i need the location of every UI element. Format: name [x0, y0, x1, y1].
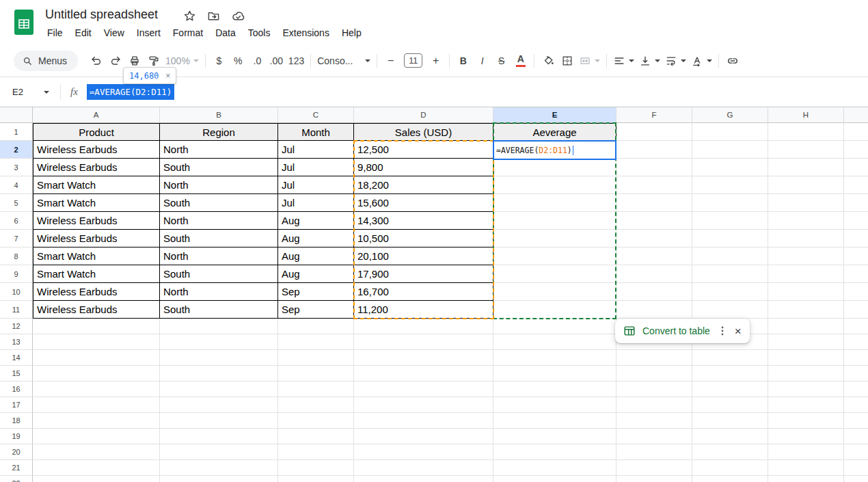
decrease-font-size-button[interactable]: −	[381, 52, 400, 70]
name-box[interactable]: E2	[0, 87, 53, 97]
cell-B2[interactable]: North	[160, 141, 278, 159]
row-header-4[interactable]: 4	[0, 176, 33, 194]
number-format-button[interactable]: 123	[286, 52, 306, 70]
cell-C9[interactable]: Aug	[278, 265, 354, 283]
row-header-18[interactable]: 18	[0, 413, 33, 429]
menus-search-button[interactable]: Menus	[14, 51, 78, 71]
cell-D10[interactable]: 16,700	[354, 283, 493, 301]
column-header-H[interactable]: H	[768, 107, 844, 123]
row-header-3[interactable]: 3	[0, 159, 33, 176]
row-header-12[interactable]: 12	[0, 319, 33, 334]
menu-edit[interactable]: Edit	[69, 25, 98, 41]
row-header-13[interactable]: 13	[0, 334, 33, 350]
cell-A7[interactable]: Wireless Earbuds	[33, 230, 160, 247]
cell-B8[interactable]: North	[160, 247, 278, 265]
cell-C2[interactable]: Jul	[278, 141, 354, 159]
format-percent-button[interactable]: %	[229, 52, 247, 70]
italic-button[interactable]: I	[473, 52, 491, 70]
text-wrap-button[interactable]	[663, 52, 688, 70]
row-header-7[interactable]: 7	[0, 230, 33, 247]
row-header-22[interactable]: 22	[0, 476, 33, 482]
cell-C1[interactable]: Month	[278, 123, 354, 141]
row-header-19[interactable]: 19	[0, 429, 33, 444]
cell-A5[interactable]: Smart Watch	[33, 194, 160, 212]
cell-D3[interactable]: 9,800	[354, 159, 493, 176]
cell-B10[interactable]: North	[160, 283, 278, 301]
cell-C8[interactable]: Aug	[278, 247, 354, 265]
row-header-15[interactable]: 15	[0, 366, 33, 381]
cell-C5[interactable]: Jul	[278, 194, 354, 212]
column-header-B[interactable]: B	[160, 107, 278, 123]
cell-B7[interactable]: South	[160, 230, 278, 247]
cell-A8[interactable]: Smart Watch	[33, 247, 160, 265]
cell-D4[interactable]: 18,200	[354, 176, 493, 194]
cell-C10[interactable]: Sep	[278, 283, 354, 301]
column-header-A[interactable]: A	[33, 107, 160, 123]
column-header-F[interactable]: F	[616, 107, 692, 123]
cell-B4[interactable]: North	[160, 176, 278, 194]
menu-file[interactable]: File	[41, 25, 69, 41]
preview-close-icon[interactable]: ×	[165, 71, 170, 81]
cell-B11[interactable]: South	[160, 301, 278, 319]
cell-D6[interactable]: 14,300	[354, 212, 493, 230]
menu-insert[interactable]: Insert	[131, 25, 167, 41]
row-header-6[interactable]: 6	[0, 212, 33, 230]
cell-A10[interactable]: Wireless Earbuds	[33, 283, 160, 301]
text-color-button[interactable]: A	[511, 52, 530, 70]
cell-B9[interactable]: South	[160, 265, 278, 283]
cloud-save-status-icon[interactable]	[231, 10, 245, 23]
cell-A11[interactable]: Wireless Earbuds	[33, 301, 160, 319]
column-header-E[interactable]: E	[493, 107, 616, 123]
menu-view[interactable]: View	[98, 25, 131, 41]
move-to-folder-icon[interactable]	[207, 10, 220, 23]
text-rotation-button[interactable]	[689, 52, 714, 70]
increase-decimal-button[interactable]: .00	[267, 52, 286, 70]
cell-D5[interactable]: 15,600	[354, 194, 493, 212]
decrease-decimal-button[interactable]: .0	[248, 52, 267, 70]
cell-B6[interactable]: North	[160, 212, 278, 230]
row-header-2[interactable]: 2	[0, 141, 33, 159]
menu-format[interactable]: Format	[167, 25, 209, 41]
column-header-G[interactable]: G	[692, 107, 768, 123]
menu-help[interactable]: Help	[336, 25, 368, 41]
row-header-20[interactable]: 20	[0, 444, 33, 460]
cell-C11[interactable]: Sep	[278, 301, 354, 319]
sheets-logo[interactable]	[14, 10, 33, 35]
select-all-corner[interactable]	[0, 107, 33, 123]
redo-button[interactable]	[106, 52, 124, 70]
cell-D8[interactable]: 20,100	[354, 247, 493, 265]
cell-B1[interactable]: Region	[160, 123, 278, 141]
cell-A1[interactable]: Product	[33, 123, 160, 141]
undo-button[interactable]	[87, 52, 105, 70]
column-header-partial[interactable]	[844, 107, 868, 123]
cell-A3[interactable]: Wireless Earbuds	[33, 159, 160, 176]
column-header-C[interactable]: C	[278, 107, 354, 123]
cell-D9[interactable]: 17,900	[354, 265, 493, 283]
row-header-10[interactable]: 10	[0, 283, 33, 301]
format-currency-button[interactable]: $	[210, 52, 228, 70]
cell-C7[interactable]: Aug	[278, 230, 354, 247]
fill-color-button[interactable]	[539, 52, 557, 70]
spreadsheet-grid[interactable]: ABCDEFGH12345678910111213141516171819202…	[0, 107, 868, 482]
formula-input[interactable]: =AVERAGE(D2:D11)	[87, 84, 174, 100]
cell-D2[interactable]: 12,500	[354, 141, 493, 159]
vertical-align-button[interactable]	[637, 52, 662, 70]
strikethrough-button[interactable]: S	[492, 52, 511, 70]
row-header-21[interactable]: 21	[0, 460, 33, 476]
cell-D7[interactable]: 10,500	[354, 230, 493, 247]
row-header-14[interactable]: 14	[0, 350, 33, 366]
chip-close-icon[interactable]: ×	[735, 325, 742, 337]
column-header-D[interactable]: D	[354, 107, 493, 123]
cell-C4[interactable]: Jul	[278, 176, 354, 194]
active-cell-editor[interactable]: =AVERAGE(D2:D11)	[493, 140, 616, 160]
more-options-icon[interactable]	[717, 325, 728, 336]
cell-A2[interactable]: Wireless Earbuds	[33, 141, 160, 159]
document-title[interactable]: Untitled spreadsheet	[45, 8, 158, 22]
cell-A9[interactable]: Smart Watch	[33, 265, 160, 283]
cell-C6[interactable]: Aug	[278, 212, 354, 230]
menu-data[interactable]: Data	[209, 25, 242, 41]
borders-button[interactable]	[558, 52, 576, 70]
row-header-5[interactable]: 5	[0, 194, 33, 212]
merge-cells-button[interactable]	[577, 52, 602, 70]
cell-E1[interactable]: Aeverage	[493, 123, 616, 141]
